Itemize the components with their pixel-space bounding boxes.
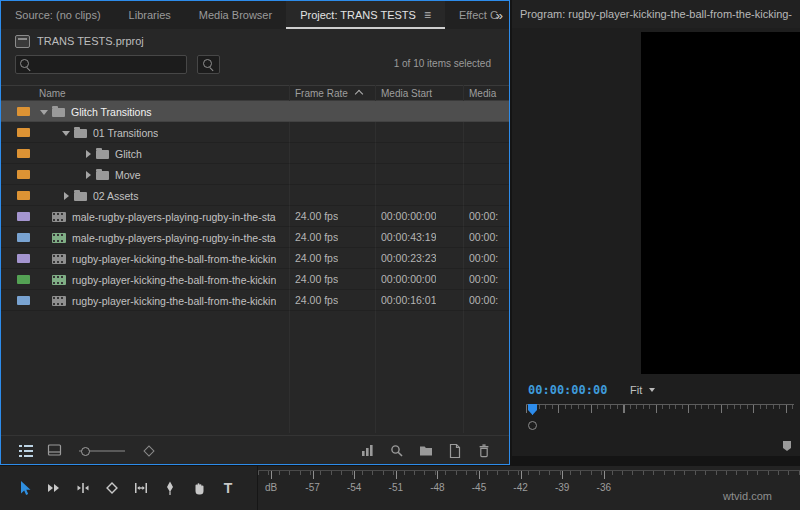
search-input[interactable]	[34, 56, 184, 73]
program-tab[interactable]: Program: rugby-player-kicking-the-ball-f…	[520, 8, 792, 20]
new-bin-button[interactable]	[417, 443, 435, 459]
label-color-chip[interactable]	[17, 254, 30, 263]
expander-spacer	[39, 275, 49, 285]
label-color-chip[interactable]	[17, 107, 30, 116]
program-video	[641, 32, 800, 374]
meter-scale-label: dB	[265, 482, 277, 493]
premiere-workspace: Source: (no clips)LibrariesMedia Browser…	[0, 0, 800, 510]
item-name: Glitch	[115, 148, 142, 160]
collapse-chevron-icon[interactable]	[39, 107, 49, 117]
tab-source-no-clips-[interactable]: Source: (no clips)	[1, 1, 115, 29]
expander-spacer	[39, 254, 49, 264]
tree-cell: male-rugby-players-playing-rugby-in-the-…	[1, 206, 289, 227]
tree-cell: Glitch Transitions	[1, 101, 289, 122]
clip-row[interactable]: male-rugby-players-playing-rugby-in-the-…	[1, 206, 509, 227]
label-color-chip[interactable]	[17, 128, 30, 137]
zoom-slider[interactable]	[79, 450, 125, 452]
expand-chevron-icon[interactable]	[61, 191, 71, 201]
clip-icon	[52, 212, 66, 222]
tab-media-browser[interactable]: Media Browser	[185, 1, 286, 29]
tree-cell: 01 Transitions	[1, 122, 289, 143]
item-name: male-rugby-players-playing-rugby-in-the-…	[72, 211, 276, 223]
label-color-chip[interactable]	[17, 275, 30, 284]
expand-chevron-icon[interactable]	[83, 149, 93, 159]
project-title-row: TRANS TESTS.prproj	[1, 31, 144, 51]
program-timecode[interactable]: 00:00:00:00	[528, 383, 607, 397]
project-file-icon	[15, 35, 30, 48]
marker-icon[interactable]	[782, 438, 792, 456]
item-name: 02 Assets	[93, 190, 139, 202]
bin-row[interactable]: Glitch Transitions	[1, 101, 509, 122]
label-color-chip[interactable]	[17, 296, 30, 305]
column-media[interactable]: Media	[469, 87, 496, 101]
track-select-forward-tool[interactable]	[45, 479, 63, 497]
meter-major-tick	[437, 471, 438, 479]
automate-to-sequence-button[interactable]	[359, 443, 377, 459]
cell-frame-rate: 24.00 fps	[295, 227, 338, 248]
tree-cell: rugby-player-kicking-the-ball-from-the-k…	[1, 248, 289, 269]
bin-icon	[96, 150, 109, 159]
panel-menu-icon[interactable]: ≡	[424, 8, 431, 22]
tab-libraries[interactable]: Libraries	[115, 1, 185, 29]
svg-text:T: T	[224, 480, 233, 496]
clip-row[interactable]: rugby-player-kicking-the-ball-from-the-k…	[1, 248, 509, 269]
expand-chevron-icon[interactable]	[83, 170, 93, 180]
tab-overflow-chevron[interactable]: »	[496, 1, 503, 29]
column-name[interactable]: Name	[39, 87, 66, 101]
cell-frame-rate: 24.00 fps	[295, 269, 338, 290]
clip-icon	[52, 275, 66, 285]
label-color-chip[interactable]	[17, 212, 30, 221]
bin-row[interactable]: Move	[1, 164, 509, 185]
zoom-slider-handle[interactable]	[81, 447, 90, 456]
label-color-chip[interactable]	[17, 191, 30, 200]
tab-project-trans-tests[interactable]: Project: TRANS TESTS≡	[286, 1, 445, 29]
label-color-chip[interactable]	[17, 149, 30, 158]
hand-tool[interactable]	[190, 479, 208, 497]
project-footer-toolbar	[1, 435, 509, 465]
cell-frame-rate: 24.00 fps	[295, 248, 338, 269]
zoom-level-value: Fit	[630, 384, 642, 396]
clip-row[interactable]: rugby-player-kicking-the-ball-from-the-k…	[1, 269, 509, 290]
meter-scale-label: -57	[305, 482, 319, 493]
delete-button[interactable]	[475, 443, 493, 459]
playhead[interactable]	[528, 404, 537, 415]
razor-tool[interactable]	[103, 479, 121, 497]
cell-frame-rate: 24.00 fps	[295, 290, 338, 311]
selection-tool[interactable]	[16, 479, 34, 497]
label-color-chip[interactable]	[17, 170, 30, 179]
program-scrollbar[interactable]	[526, 421, 794, 430]
search-bin-button[interactable]	[197, 55, 220, 74]
cell-media: 00:00:	[469, 290, 507, 311]
bin-row[interactable]: 02 Assets	[1, 185, 509, 206]
slip-tool[interactable]	[132, 479, 150, 497]
type-tool[interactable]: T	[219, 479, 237, 497]
clip-row[interactable]: rugby-player-kicking-the-ball-from-the-k…	[1, 290, 509, 311]
search-box[interactable]	[15, 55, 187, 74]
clip-row[interactable]: male-rugby-players-playing-rugby-in-the-…	[1, 227, 509, 248]
meter-major-tick	[521, 471, 522, 479]
item-name: male-rugby-players-playing-rugby-in-the-…	[72, 232, 276, 244]
program-timeline-ruler[interactable]	[526, 404, 794, 419]
icon-view-button[interactable]	[46, 443, 64, 459]
item-name: Glitch Transitions	[71, 106, 152, 118]
sort-icons-button[interactable]	[140, 443, 158, 459]
ripple-edit-tool[interactable]	[74, 479, 92, 497]
search-icon	[20, 59, 29, 68]
bin-row[interactable]: 01 Transitions	[1, 122, 509, 143]
label-color-chip[interactable]	[17, 233, 30, 242]
new-item-button[interactable]	[446, 443, 464, 459]
bin-row[interactable]: Glitch	[1, 143, 509, 164]
cell-media: 00:00:	[469, 227, 507, 248]
scrollbar-handle[interactable]	[528, 421, 537, 430]
selection-status: 1 of 10 items selected	[394, 58, 491, 69]
meter-major-tick	[479, 471, 480, 479]
find-button[interactable]	[388, 443, 406, 459]
zoom-level-select[interactable]: Fit	[630, 384, 655, 396]
list-view-button[interactable]	[17, 443, 35, 459]
collapse-chevron-icon[interactable]	[61, 128, 71, 138]
meter-major-tick	[354, 471, 355, 479]
column-frame-rate[interactable]: Frame Rate	[295, 87, 362, 101]
expander-spacer	[39, 296, 49, 306]
column-media-start[interactable]: Media Start	[381, 87, 432, 101]
pen-tool[interactable]	[161, 479, 179, 497]
